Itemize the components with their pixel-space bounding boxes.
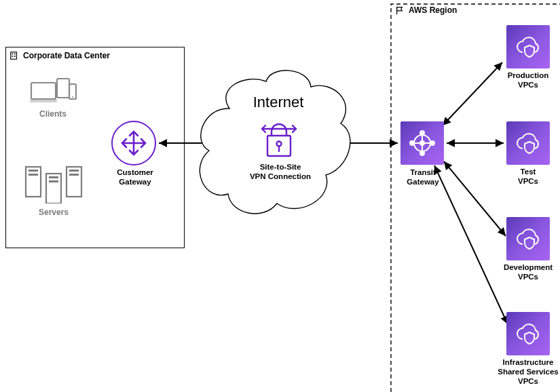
customer-gateway-label: Customer Gateway xyxy=(109,168,162,187)
svg-rect-10 xyxy=(14,56,16,57)
production-vpcs-icon xyxy=(506,25,550,68)
aws-region-header: AWS Region xyxy=(395,5,457,15)
test-vpcs-icon xyxy=(506,121,550,165)
customer-gateway-icon xyxy=(111,121,156,165)
svg-line-4 xyxy=(444,161,506,236)
svg-rect-7 xyxy=(12,54,14,55)
corporate-region-title: Corporate Data Center xyxy=(23,51,110,60)
corporate-region-header: Corporate Data Center xyxy=(10,51,110,60)
svg-rect-13 xyxy=(57,79,69,98)
infrastructure-vpcs-label: Infrastructure Shared Services VPCs xyxy=(489,358,560,386)
svg-rect-20 xyxy=(29,174,38,176)
svg-point-37 xyxy=(430,141,434,145)
svg-rect-8 xyxy=(14,54,16,55)
svg-rect-22 xyxy=(49,180,58,182)
svg-point-33 xyxy=(420,141,424,145)
svg-rect-12 xyxy=(30,99,57,102)
development-vpcs-icon xyxy=(506,217,550,260)
svg-line-2 xyxy=(443,62,502,125)
svg-point-35 xyxy=(420,151,424,155)
diagram-stage: Corporate Data Center Clients xyxy=(0,0,560,392)
clients-icon xyxy=(30,76,77,106)
servers-label: Servers xyxy=(30,208,77,217)
svg-rect-6 xyxy=(11,52,17,60)
aws-region-title: AWS Region xyxy=(409,5,457,15)
internet-title: Internet xyxy=(244,94,312,111)
svg-rect-11 xyxy=(31,83,56,99)
svg-point-36 xyxy=(410,141,414,145)
building-icon xyxy=(10,51,19,60)
vpn-label: Site-to-Site VPN Connection xyxy=(242,163,319,182)
production-vpcs-label: Production VPCs xyxy=(497,71,559,90)
vpn-icon xyxy=(261,119,297,159)
svg-point-15 xyxy=(72,96,73,98)
infrastructure-vpcs-icon xyxy=(506,312,550,355)
servers-icon xyxy=(24,165,83,203)
svg-rect-21 xyxy=(49,176,58,178)
clients-label: Clients xyxy=(31,109,75,119)
test-vpcs-label: Test VPCs xyxy=(500,168,557,187)
svg-rect-19 xyxy=(29,170,38,172)
svg-rect-23 xyxy=(69,170,79,172)
svg-rect-24 xyxy=(69,174,79,176)
svg-line-5 xyxy=(434,165,508,324)
flag-icon xyxy=(395,5,405,15)
transit-gateway-label: Transit Gateway xyxy=(396,168,449,187)
svg-point-34 xyxy=(420,131,424,135)
svg-rect-9 xyxy=(12,56,14,57)
transit-gateway-icon xyxy=(400,121,444,165)
development-vpcs-label: Development VPCs xyxy=(494,263,560,282)
